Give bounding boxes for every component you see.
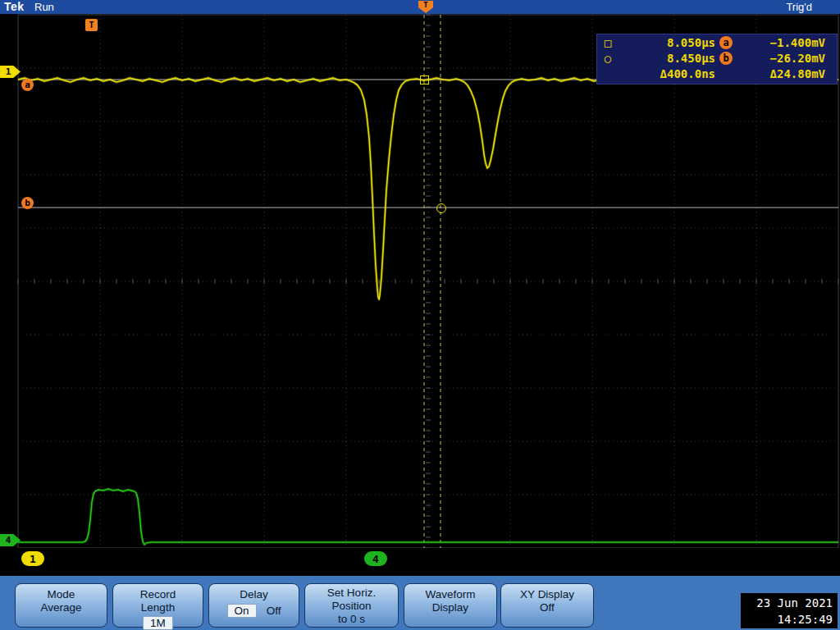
date-value: 23 Jun 2021 [741, 595, 833, 611]
record-length-title-1: Record [113, 588, 203, 601]
set-horiz-line-2: Position [305, 600, 398, 613]
cursor-a-badge: a [719, 36, 733, 49]
trigger-position-marker-label: T [423, 1, 427, 9]
acquisition-status: Run [34, 1, 54, 13]
set-horizontal-position-button[interactable]: Set Horiz. Position to 0 s [304, 583, 399, 628]
set-horiz-line-1: Set Horiz. [305, 587, 398, 600]
cursor2-circle-icon: ○ [597, 52, 619, 65]
cursor2-time: 8.450µs [619, 52, 715, 65]
cursor1-square-intersect-icon [420, 75, 429, 84]
cursor-b-marker-label: b [25, 198, 30, 208]
ch4-position-marker-label: 4 [6, 535, 11, 546]
delay-on-option[interactable]: On [227, 604, 257, 618]
cursor-a-marker: a [21, 79, 34, 91]
waveform-display-line-1: Waveform [404, 588, 496, 601]
cursor-delta-value: Δ24.80mV [737, 67, 830, 80]
ch1-badge: 1 [21, 551, 44, 566]
cursor2-value: −26.20mV [737, 52, 830, 65]
mode-button-title: Mode [16, 588, 107, 601]
set-horiz-line-3: to 0 s [305, 613, 398, 626]
mode-button-value: Average [16, 601, 107, 614]
waveform-display-line-2: Display [404, 601, 496, 614]
delay-off-option[interactable]: Off [267, 605, 281, 617]
graticule-display [0, 0, 840, 630]
datetime-display: 23 Jun 2021 14:25:49 [741, 593, 838, 628]
waveform-display-button[interactable]: Waveform Display [404, 583, 497, 628]
trigger-reference-marker: T [85, 19, 98, 31]
readout-status-bar: 1 10.0mV BW 4 5.00 V BW 2.00µs T→▼8.1500… [0, 548, 840, 576]
delay-button-title: Delay [209, 588, 299, 601]
trigger-reference-marker-label: T [89, 21, 94, 30]
cursor-readout: □ 8.050µs a −1.400mV ○ 8.450µs b −26.20m… [596, 34, 838, 84]
cursor-b-marker: b [21, 197, 34, 209]
cursor-b-badge: b [719, 52, 733, 65]
cursor-a-marker-label: a [25, 80, 30, 90]
mode-button[interactable]: Mode Average [15, 583, 107, 628]
ch1-position-marker-label: 1 [6, 66, 11, 77]
record-length-button[interactable]: Record Length 1M [112, 583, 203, 628]
cursor1-time: 8.050µs [619, 36, 715, 49]
record-length-title-2: Length [113, 601, 203, 614]
time-value: 14:25:49 [741, 611, 833, 628]
xy-display-value: Off [501, 601, 593, 614]
cursor1-square-icon: □ [597, 36, 619, 49]
cursor-delta-time: Δ400.0ns [619, 67, 715, 80]
tek-logo: Tek [4, 0, 25, 13]
trigger-status: Trig'd [786, 1, 812, 13]
ch4-badge: 4 [364, 551, 387, 566]
cursor2-circle-intersect-icon [436, 203, 446, 213]
record-length-value: 1M [143, 616, 173, 630]
cursor1-value: −1.400mV [737, 36, 830, 49]
xy-display-title: XY Display [501, 588, 593, 601]
delay-button[interactable]: Delay On Off [208, 583, 299, 628]
soft-menu-bar: Mode Average Record Length 1M Delay On O… [0, 576, 840, 630]
xy-display-button[interactable]: XY Display Off [500, 583, 594, 628]
